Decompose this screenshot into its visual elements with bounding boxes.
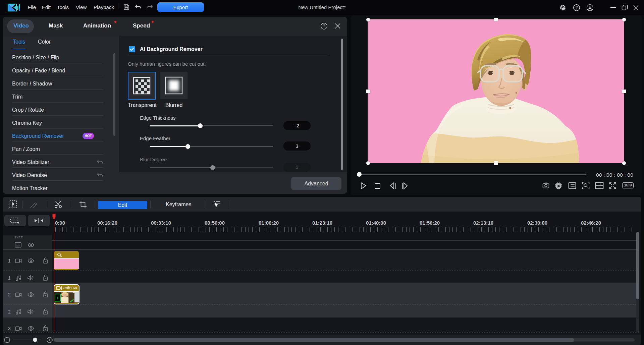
svg-text:?: ? xyxy=(323,24,325,28)
svg-text:?: ? xyxy=(576,5,578,10)
